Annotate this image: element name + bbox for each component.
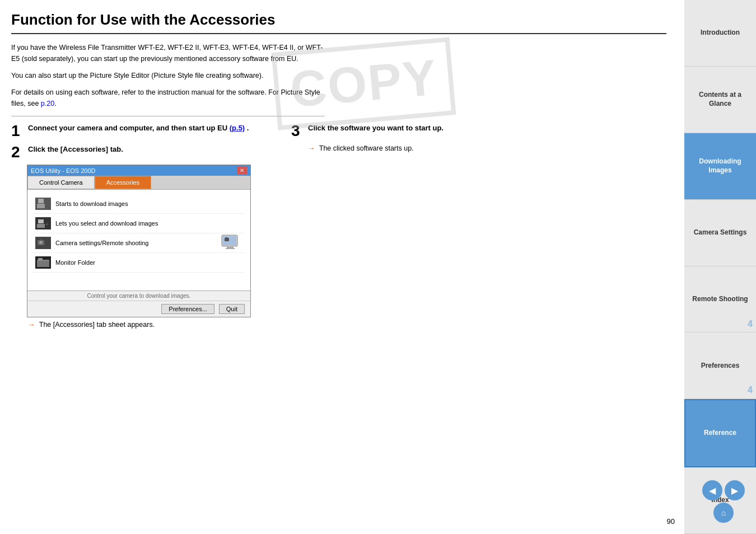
page-title: Function for Use with the Accessories — [11, 11, 666, 34]
eos-footer: Preferences... Quit — [27, 301, 250, 317]
eos-utility-window: EOS Utility - EOS 200D ✕ Control Camera … — [27, 165, 251, 317]
eos-window-title: EOS Utility - EOS 200D — [31, 167, 96, 174]
svg-rect-17 — [38, 258, 43, 260]
sidebar-downloading-label: Downloading Images — [688, 157, 753, 175]
eos-item-camera-settings[interactable]: Camera settings/Remote shooting — [33, 233, 245, 253]
right-column: 3 Click the software you want to start u… — [291, 123, 666, 157]
remote-badge: 4 — [748, 318, 753, 330]
step2-row: 2 Click the [Accessories] tab. — [11, 144, 269, 160]
eos-tab-control-camera[interactable]: Control Camera — [27, 176, 95, 189]
eos-item-download[interactable]: Starts to download images — [33, 194, 245, 214]
left-column: 1 Connect your camera and computer, and … — [11, 123, 269, 333]
nav-prev-next-row: ◀ ▶ — [702, 480, 745, 500]
download-icon — [35, 198, 51, 210]
sidebar-item-reference[interactable]: Reference — [684, 399, 756, 467]
intro-paragraph3: For details on using each software, refe… — [11, 87, 325, 109]
step1-text: Connect your camera and computer, and th… — [28, 123, 249, 133]
step2-result-text: The [Accessories] tab sheet appears. — [39, 321, 155, 329]
monitor-icon — [221, 235, 239, 251]
page-number: 90 — [667, 517, 675, 526]
svg-text:+: + — [45, 221, 49, 227]
sidebar-remote-label: Remote Shooting — [692, 295, 748, 304]
eos-item-monitor-folder[interactable]: Monitor Folder — [33, 253, 245, 273]
step3-result: → The clicked software starts up. — [308, 144, 666, 152]
svg-point-8 — [39, 241, 43, 244]
svg-rect-1 — [37, 204, 45, 208]
sidebar-camera-label: Camera Settings — [694, 228, 747, 237]
step2-text: Click the [Accessories] tab. — [28, 144, 123, 154]
sidebar-item-remote-shooting[interactable]: Remote Shooting 4 — [684, 266, 756, 333]
step2-result: → The [Accessories] tab sheet appears. — [28, 321, 269, 329]
camera-settings-icon — [35, 237, 51, 249]
section-divider — [11, 116, 325, 116]
sidebar-item-contents-at-a-glance[interactable]: Contents at a Glance — [684, 67, 756, 133]
step1-link[interactable]: (p.5) — [230, 124, 245, 132]
eos-item-select-download[interactable]: + Lets you select and download images — [33, 214, 245, 233]
step3-result-text: The clicked software starts up. — [319, 144, 414, 152]
eos-preferences-button[interactable]: Preferences... — [161, 304, 214, 314]
nav-arrows: ◀ ▶ ⌂ — [702, 480, 745, 523]
p20-link[interactable]: p.20 — [41, 100, 54, 107]
sidebar-item-preferences[interactable]: Preferences 4 — [684, 332, 756, 399]
step3-area: 3 Click the software you want to start u… — [291, 123, 666, 152]
eos-close-button[interactable]: ✕ — [237, 167, 247, 174]
sidebar-item-downloading-images[interactable]: Downloading Images — [684, 133, 756, 200]
nav-next-button[interactable]: ▶ — [725, 480, 745, 500]
eos-item-camera-label: Camera settings/Remote shooting — [55, 240, 148, 246]
sidebar-reference-label: Reference — [704, 429, 736, 438]
svg-rect-4 — [37, 224, 45, 228]
svg-rect-7 — [40, 239, 42, 241]
eos-body: Starts to download images + Lets you sel… — [27, 190, 250, 291]
svg-rect-14 — [226, 237, 227, 238]
step2-number: 2 — [11, 144, 22, 160]
step3-text: Click the software you want to start up. — [308, 123, 444, 133]
svg-marker-2 — [46, 201, 49, 204]
step3-number: 3 — [291, 123, 302, 139]
step1-number: 1 — [11, 123, 22, 139]
nav-prev-button[interactable]: ◀ — [702, 480, 722, 500]
step1: 1 Connect your camera and computer, and … — [11, 123, 269, 139]
preferences-badge: 4 — [748, 385, 753, 396]
monitor-folder-icon — [35, 256, 51, 269]
eos-titlebar: EOS Utility - EOS 200D ✕ — [27, 165, 250, 176]
sidebar-contents-label: Contents at a Glance — [688, 91, 753, 108]
svg-rect-12 — [226, 248, 235, 249]
nav-home-button[interactable]: ⌂ — [713, 503, 734, 523]
sidebar-item-camera-settings[interactable]: Camera Settings — [684, 200, 756, 266]
steps-container: 1 Connect your camera and computer, and … — [11, 123, 666, 333]
select-download-icon: + — [35, 217, 51, 229]
eos-item-monitor-label: Monitor Folder — [55, 259, 95, 266]
svg-rect-16 — [37, 261, 49, 267]
sidebar: Introduction Contents at a Glance Downlo… — [684, 0, 756, 534]
eos-item-select-label: Lets you select and download images — [55, 220, 158, 227]
sidebar-introduction-label: Introduction — [701, 29, 740, 38]
nav-home-row: ⌂ — [713, 503, 734, 523]
svg-rect-3 — [38, 219, 44, 223]
svg-rect-0 — [38, 199, 44, 203]
eos-item-download-label: Starts to download images — [55, 200, 128, 207]
eos-quit-button[interactable]: Quit — [219, 304, 245, 314]
svg-rect-11 — [227, 247, 234, 248]
step3: 3 Click the software you want to start u… — [291, 123, 666, 139]
intro-paragraph2: You can also start up the Picture Style … — [11, 70, 325, 81]
eos-status-bar: Control your camera to download images. — [27, 291, 250, 301]
eos-tabs: Control Camera Accessories — [27, 176, 250, 190]
intro-paragraph1: If you have the Wireless File Transmitte… — [11, 42, 325, 64]
main-content: Function for Use with the Accessories If… — [0, 0, 683, 534]
sidebar-preferences-label: Preferences — [701, 362, 740, 371]
eos-tab-accessories[interactable]: Accessories — [95, 176, 151, 189]
sidebar-item-introduction[interactable]: Introduction — [684, 0, 756, 67]
